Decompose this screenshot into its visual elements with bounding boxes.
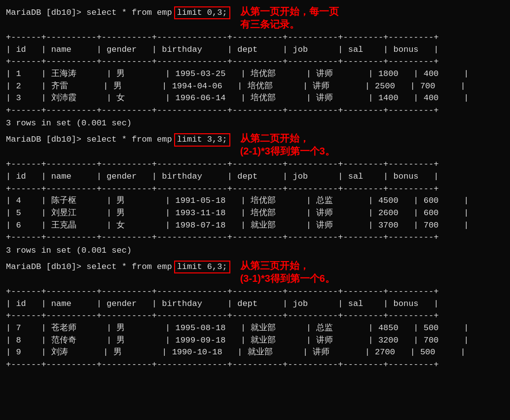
limit-box-2: limit 3,3; [174,133,230,146]
annotation-3: 从第三页开始， (3-1)*3得到第一个6。 [240,259,335,285]
prompt-text-1: MariaDB [db10]> select * from emp [6,8,172,17]
query-block-1: MariaDB [db10]> select * from emp limit … [6,5,504,128]
table2-content: +------+----------+----------+----------… [6,158,504,243]
result-text-2: 3 rows in set (0.001 sec) [6,246,132,255]
prompt-row-1: MariaDB [db10]> select * from emp limit … [6,5,504,31]
ann-line-2a: 从第二页开始， [240,133,309,144]
ann-line-1b: 有三条记录。 [240,19,299,30]
prompt-row-2: MariaDB [db10]> select * from emp limit … [6,132,504,157]
ann-line-2b: (2-1)*3得到第一个3。 [240,146,335,156]
table1-content: +------+----------+----------+----------… [6,32,504,116]
ann-line-3a: 从第三页开始， [240,260,309,271]
limit-box-1: limit 0,3; [174,6,230,19]
table-3: +------+----------+----------+----------… [6,286,504,371]
annotation-2: 从第二页开始， (2-1)*3得到第一个3。 [240,132,335,157]
ann-line-1a: 从第一页开始，每一页 [240,6,339,17]
annotation-1: 从第一页开始，每一页 有三条记录。 [240,5,339,31]
prompt-text-2: MariaDB [db10]> select * from emp [6,135,172,144]
terminal-container: MariaDB [db10]> select * from emp limit … [6,5,504,371]
ann-line-3b: (3-1)*3得到第一个6。 [240,273,335,284]
table-2: +------+----------+----------+----------… [6,158,504,243]
result-text-1: 3 rows in set (0.001 sec) [6,118,132,128]
prompt-text-3: MariaDB [db10]> select * from emp [6,262,172,271]
query-block-3: MariaDB [db10]> select * from emp limit … [6,259,504,371]
prompt-row-3: MariaDB [db10]> select * from emp limit … [6,259,504,285]
result-info-2: 3 rows in set (0.001 sec) [6,246,504,255]
table3-content: +------+----------+----------+----------… [6,286,504,371]
limit-box-3: limit 6,3; [174,261,230,273]
query-block-2: MariaDB [db10]> select * from emp limit … [6,132,504,255]
result-info-1: 3 rows in set (0.001 sec) [6,118,504,128]
table-1: +------+----------+----------+----------… [6,32,504,116]
